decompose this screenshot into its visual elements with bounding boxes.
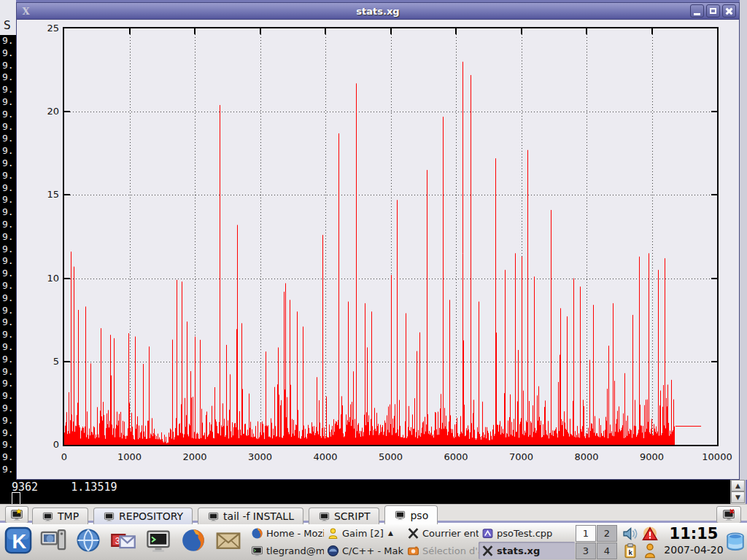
terminal-line-fragment: 9. [0, 84, 16, 96]
kontact-launcher[interactable]: 3 [108, 526, 139, 557]
terminal-line-fragment: 9. [0, 305, 16, 317]
x-tick-label: 1000 [108, 451, 152, 462]
monitor-icon [42, 511, 54, 522]
task-button-s-lection-d-a[interactable]: Sélection d'a [404, 542, 479, 559]
system-launcher[interactable] [38, 526, 69, 557]
monitor-icon [318, 511, 330, 522]
plot-panel: 0510152025 01000200030004000500060007000… [17, 20, 739, 481]
session-tab-tail-f-install[interactable]: tail -f INSTALL [198, 508, 303, 524]
terminal-line-fragment: 9. [0, 427, 16, 440]
terminal-line-fragment: 9. [0, 329, 16, 341]
close-session-button[interactable] [716, 506, 741, 524]
session-tab-tmp[interactable]: TMP [32, 508, 88, 524]
kmenu-button[interactable]: K [3, 526, 34, 557]
kmail-icon [215, 527, 241, 556]
task-label: Gaim [2] [342, 528, 384, 539]
terminal-line-fragment: 9. [0, 316, 16, 329]
titlebar[interactable]: X stats.xg [17, 3, 739, 20]
maximize-icon [710, 8, 716, 14]
session-tab-repository[interactable]: REPOSITORY [93, 508, 193, 524]
terminal-line-fragment: 9. [0, 219, 16, 231]
kmail-launcher[interactable] [213, 526, 244, 557]
terminal-line-fragment: 9. [0, 133, 16, 145]
pager-desktop-2[interactable]: 2 [597, 525, 617, 542]
terminal-line-fragment: 9. [0, 170, 16, 182]
kicker-taskbar: K3 Home - MozillGaim [2]▲Courrier entrps… [0, 523, 747, 560]
x-tick-label: 0 [42, 451, 86, 462]
new-session-button[interactable] [5, 506, 28, 524]
konsole-left-fragment[interactable]: 9.9.9.9.9.9.9.9.9.9.9.9.9.9.9.9.9.9.9.9.… [0, 35, 16, 480]
terminal-line-fragment: 9. [0, 231, 16, 244]
task-button-gaim-2-[interactable]: Gaim [2]▲ [324, 524, 404, 542]
xapp-icon [407, 527, 419, 540]
konsole-icon [251, 545, 263, 557]
task-button-home-mozill[interactable]: Home - Mozill [248, 524, 324, 542]
session-tab-pso[interactable]: pso [384, 505, 438, 524]
session-tab-label: REPOSITORY [119, 510, 183, 522]
konqueror-icon [75, 527, 101, 556]
pager-desktop-3[interactable]: 3 [576, 542, 596, 559]
desktop-terminal-icon [0, 0, 16, 16]
konqueror-launcher[interactable] [73, 526, 104, 557]
firefox-launcher[interactable] [178, 526, 209, 557]
desktop-pager: 1234 [576, 525, 616, 559]
tray-alert-icon[interactable] [640, 525, 659, 542]
close-icon [725, 7, 733, 15]
kate-icon [481, 527, 494, 540]
terminal-line-fragment: 9. [0, 35, 16, 47]
task-button-psotest-cpp[interactable]: psoTest.cpp [479, 524, 575, 542]
task-button-c-c-mak[interactable]: C/C++ - Mak [324, 542, 404, 559]
terminal-line-fragment: 9. [0, 158, 16, 170]
task-button-courrier-entr[interactable]: Courrier entr [404, 524, 479, 542]
task-label: tlegrand@ma [266, 545, 324, 556]
tray-klipper-icon[interactable]: k [620, 542, 640, 559]
window-x-icon[interactable]: X [20, 6, 31, 17]
terminal-line-fragment: 9. [0, 47, 16, 60]
scroll-up-button[interactable]: ▲ [731, 480, 745, 491]
eclipse-icon [327, 545, 339, 557]
task-button-stats-xg[interactable]: stats.xg [479, 542, 575, 559]
plot-canvas[interactable] [64, 28, 717, 445]
session-tab-label: tail -f INSTALL [223, 510, 294, 522]
terminal-line-fragment: 9. [0, 402, 16, 415]
monitor-icon [207, 511, 220, 522]
maximize-button[interactable] [706, 4, 720, 18]
tray-buddy-icon[interactable] [640, 542, 659, 559]
terminal-line-fragment: 9. [0, 366, 16, 378]
konsole-terminal-area[interactable]: 9362 1.13519 [0, 480, 730, 504]
chevron-up-icon[interactable]: ▲ [388, 529, 393, 537]
scroll-down-button[interactable]: ▼ [731, 491, 745, 503]
svg-text:K: K [12, 530, 26, 553]
x-tick-label: 7000 [500, 451, 543, 462]
xgraph-window: X stats.xg 0510152025 010002000300040005… [16, 2, 740, 480]
closesession-icon [721, 508, 736, 521]
pager-desktop-4[interactable]: 4 [597, 542, 617, 559]
close-button[interactable] [722, 4, 736, 18]
plot-frame [63, 27, 719, 446]
system-tray: k [620, 525, 662, 559]
terminal-line-fragment: 9. [0, 145, 16, 158]
pager-desktop-1[interactable]: 1 [576, 525, 596, 542]
y-tick-label: 20 [23, 106, 59, 117]
konsole-launcher[interactable] [143, 526, 174, 557]
task-label: Courrier entr [422, 528, 479, 539]
x-tick-label: 4000 [303, 451, 347, 462]
y-tick-label: 15 [23, 189, 59, 200]
terminal-scrollbar[interactable]: ▲ ▼ [730, 480, 746, 504]
x-tick-label: 9000 [630, 451, 674, 462]
task-button-tlegrand-ma[interactable]: tlegrand@ma [248, 542, 324, 559]
minimize-button[interactable] [690, 4, 704, 18]
terminal-line-fragment: 9. [0, 280, 16, 292]
trash-applet[interactable] [725, 526, 746, 557]
session-tab-script[interactable]: SCRIPT [309, 508, 380, 524]
x-tick-label: 6000 [434, 451, 478, 462]
terminal-line-fragment: 9. [0, 182, 16, 195]
crosshair-readout: 9362 1.13519 [12, 481, 117, 494]
terminal-line-fragment: 9. [0, 268, 16, 280]
tray-volume-icon[interactable] [620, 525, 640, 542]
clock-applet[interactable]: 11:15 2007-04-20 [662, 525, 725, 559]
x-tick-label: 10000 [695, 451, 739, 462]
y-tick-label: 10 [23, 273, 59, 284]
clock-time: 11:15 [662, 525, 725, 543]
svg-text:k: k [628, 548, 632, 556]
